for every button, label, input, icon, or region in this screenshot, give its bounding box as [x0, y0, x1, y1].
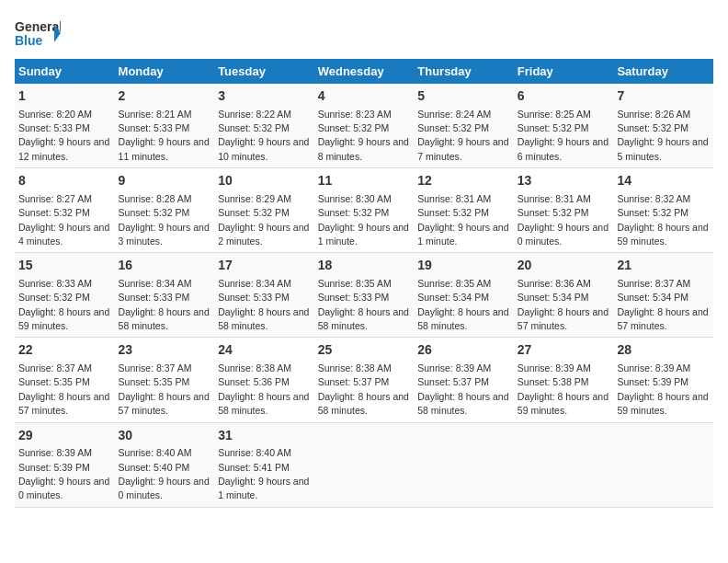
col-header-wednesday: Wednesday — [314, 59, 415, 84]
sunset-info: Sunset: 5:34 PM — [617, 292, 688, 303]
day-cell: 5Sunrise: 8:24 AMSunset: 5:32 PMDaylight… — [414, 84, 514, 168]
day-number: 8 — [18, 172, 111, 190]
sunset-info: Sunset: 5:39 PM — [18, 462, 90, 473]
daylight-label: Daylight: 8 hours and 57 minutes. — [119, 391, 210, 416]
sunrise-info: Sunrise: 8:26 AM — [617, 109, 690, 120]
day-number: 25 — [318, 341, 411, 360]
day-cell: 25Sunrise: 8:38 AMSunset: 5:37 PMDayligh… — [314, 338, 415, 422]
day-number: 6 — [518, 87, 610, 106]
day-cell: 31Sunrise: 8:40 AMSunset: 5:41 PMDayligh… — [214, 422, 314, 507]
sunrise-info: Sunrise: 8:35 AM — [318, 278, 392, 289]
daylight-label: Daylight: 9 hours and 1 minute. — [318, 222, 409, 247]
sunrise-info: Sunrise: 8:29 AM — [218, 193, 291, 204]
col-header-thursday: Thursday — [414, 59, 514, 84]
sunrise-info: Sunrise: 8:40 AM — [119, 447, 192, 458]
sunrise-info: Sunrise: 8:39 AM — [617, 362, 690, 373]
daylight-label: Daylight: 9 hours and 0 minutes. — [18, 476, 109, 500]
day-cell: 23Sunrise: 8:37 AMSunset: 5:35 PMDayligh… — [115, 338, 215, 422]
day-number: 14 — [617, 172, 710, 190]
sunset-info: Sunset: 5:32 PM — [617, 122, 688, 133]
sunset-info: Sunset: 5:32 PM — [18, 207, 90, 218]
daylight-label: Daylight: 9 hours and 7 minutes. — [417, 136, 508, 161]
sunset-info: Sunset: 5:33 PM — [18, 122, 90, 133]
sunset-info: Sunset: 5:32 PM — [417, 207, 489, 218]
sunrise-info: Sunrise: 8:38 AM — [218, 362, 291, 373]
day-cell — [514, 422, 614, 507]
sunrise-info: Sunrise: 8:34 AM — [218, 278, 291, 289]
day-number: 22 — [18, 341, 111, 360]
sunrise-info: Sunrise: 8:33 AM — [18, 278, 92, 289]
day-number: 20 — [518, 257, 610, 275]
day-number: 31 — [218, 427, 311, 445]
day-number: 19 — [417, 257, 510, 275]
sunset-info: Sunset: 5:32 PM — [218, 207, 290, 218]
sunset-info: Sunset: 5:37 PM — [417, 376, 489, 387]
sunset-info: Sunset: 5:33 PM — [119, 122, 190, 133]
day-cell: 24Sunrise: 8:38 AMSunset: 5:36 PMDayligh… — [214, 338, 314, 422]
day-number: 2 — [119, 87, 211, 106]
day-number: 28 — [617, 341, 710, 360]
day-cell — [314, 422, 415, 507]
sunrise-info: Sunrise: 8:24 AM — [417, 109, 491, 120]
daylight-label: Daylight: 9 hours and 2 minutes. — [218, 222, 309, 247]
sunrise-info: Sunrise: 8:37 AM — [119, 362, 192, 373]
col-header-tuesday: Tuesday — [214, 59, 314, 84]
day-number: 16 — [119, 257, 211, 275]
day-cell: 27Sunrise: 8:39 AMSunset: 5:38 PMDayligh… — [514, 338, 614, 422]
daylight-label: Daylight: 8 hours and 59 minutes. — [518, 391, 609, 416]
day-number: 4 — [318, 87, 411, 106]
header-row: SundayMondayTuesdayWednesdayThursdayFrid… — [15, 59, 713, 84]
day-cell: 14Sunrise: 8:32 AMSunset: 5:32 PMDayligh… — [613, 168, 713, 253]
daylight-label: Daylight: 9 hours and 1 minute. — [417, 222, 508, 247]
day-cell: 2Sunrise: 8:21 AMSunset: 5:33 PMDaylight… — [115, 84, 215, 168]
day-number: 26 — [417, 341, 510, 360]
day-number: 3 — [218, 87, 311, 106]
sunrise-info: Sunrise: 8:31 AM — [518, 193, 591, 204]
sunset-info: Sunset: 5:37 PM — [318, 376, 390, 387]
day-cell: 28Sunrise: 8:39 AMSunset: 5:39 PMDayligh… — [613, 338, 713, 422]
day-number: 27 — [518, 341, 610, 360]
day-cell: 3Sunrise: 8:22 AMSunset: 5:32 PMDaylight… — [214, 84, 314, 168]
sunset-info: Sunset: 5:35 PM — [18, 376, 90, 387]
daylight-label: Daylight: 9 hours and 6 minutes. — [518, 136, 609, 161]
daylight-label: Daylight: 8 hours and 57 minutes. — [617, 306, 708, 331]
daylight-label: Daylight: 8 hours and 59 minutes. — [18, 306, 109, 331]
col-header-friday: Friday — [514, 59, 614, 84]
sunset-info: Sunset: 5:32 PM — [318, 122, 390, 133]
day-number: 30 — [119, 427, 211, 445]
sunset-info: Sunset: 5:33 PM — [119, 292, 190, 303]
sunset-info: Sunset: 5:32 PM — [18, 292, 90, 303]
sunrise-info: Sunrise: 8:27 AM — [18, 193, 92, 204]
week-row-5: 29Sunrise: 8:39 AMSunset: 5:39 PMDayligh… — [15, 422, 713, 507]
sunrise-info: Sunrise: 8:32 AM — [617, 193, 690, 204]
sunrise-info: Sunrise: 8:25 AM — [518, 109, 591, 120]
sunset-info: Sunset: 5:32 PM — [518, 122, 589, 133]
sunrise-info: Sunrise: 8:38 AM — [318, 362, 392, 373]
sunset-info: Sunset: 5:33 PM — [318, 292, 390, 303]
sunset-info: Sunset: 5:40 PM — [119, 462, 190, 473]
day-cell: 11Sunrise: 8:30 AMSunset: 5:32 PMDayligh… — [314, 168, 415, 253]
day-number: 15 — [18, 257, 111, 275]
day-cell — [613, 422, 713, 507]
day-cell: 9Sunrise: 8:28 AMSunset: 5:32 PMDaylight… — [115, 168, 215, 253]
day-cell: 22Sunrise: 8:37 AMSunset: 5:35 PMDayligh… — [15, 338, 115, 422]
sunset-info: Sunset: 5:32 PM — [218, 122, 290, 133]
week-row-4: 22Sunrise: 8:37 AMSunset: 5:35 PMDayligh… — [15, 338, 713, 422]
daylight-label: Daylight: 9 hours and 10 minutes. — [218, 136, 309, 161]
daylight-label: Daylight: 8 hours and 59 minutes. — [617, 391, 708, 416]
day-cell: 26Sunrise: 8:39 AMSunset: 5:37 PMDayligh… — [414, 338, 514, 422]
day-cell: 21Sunrise: 8:37 AMSunset: 5:34 PMDayligh… — [613, 253, 713, 338]
day-cell: 12Sunrise: 8:31 AMSunset: 5:32 PMDayligh… — [414, 168, 514, 253]
day-number: 1 — [18, 87, 111, 106]
sunset-info: Sunset: 5:35 PM — [119, 376, 190, 387]
day-cell: 10Sunrise: 8:29 AMSunset: 5:32 PMDayligh… — [214, 168, 314, 253]
sunset-info: Sunset: 5:36 PM — [218, 376, 290, 387]
day-number: 21 — [617, 257, 710, 275]
sunrise-info: Sunrise: 8:22 AM — [218, 109, 291, 120]
sunrise-info: Sunrise: 8:36 AM — [518, 278, 591, 289]
sunset-info: Sunset: 5:34 PM — [518, 292, 589, 303]
logo-svg: General Blue — [15, 15, 61, 52]
day-number: 10 — [218, 172, 311, 190]
svg-text:General: General — [15, 19, 61, 34]
day-cell: 8Sunrise: 8:27 AMSunset: 5:32 PMDaylight… — [15, 168, 115, 253]
